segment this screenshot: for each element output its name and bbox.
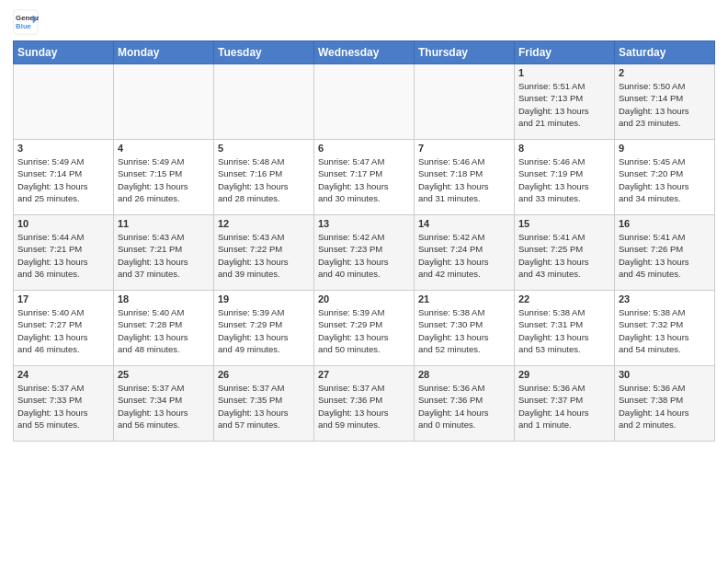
day-detail: Sunrise: 5:41 AM Sunset: 7:25 PM Dayligh…: [518, 231, 610, 280]
calendar-cell: 26Sunrise: 5:37 AM Sunset: 7:35 PM Dayli…: [214, 366, 314, 442]
svg-text:Blue: Blue: [16, 22, 32, 30]
calendar-cell: 15Sunrise: 5:41 AM Sunset: 7:25 PM Dayli…: [515, 215, 615, 291]
calendar-cell: 20Sunrise: 5:39 AM Sunset: 7:29 PM Dayli…: [314, 291, 415, 366]
day-detail: Sunrise: 5:38 AM Sunset: 7:32 PM Dayligh…: [619, 306, 711, 355]
day-detail: Sunrise: 5:37 AM Sunset: 7:34 PM Dayligh…: [118, 382, 210, 431]
header-cell-saturday: Saturday: [615, 41, 715, 64]
day-detail: Sunrise: 5:47 AM Sunset: 7:17 PM Dayligh…: [318, 155, 410, 204]
day-number: 14: [418, 218, 510, 229]
calendar-cell: 24Sunrise: 5:37 AM Sunset: 7:33 PM Dayli…: [14, 366, 114, 442]
calendar-body: 1Sunrise: 5:51 AM Sunset: 7:13 PM Daylig…: [14, 64, 715, 442]
day-number: 25: [118, 369, 210, 380]
day-detail: Sunrise: 5:49 AM Sunset: 7:15 PM Dayligh…: [118, 155, 210, 204]
calendar-week-4: 17Sunrise: 5:40 AM Sunset: 7:27 PM Dayli…: [14, 291, 715, 366]
header-cell-thursday: Thursday: [415, 41, 515, 64]
day-detail: Sunrise: 5:37 AM Sunset: 7:33 PM Dayligh…: [17, 382, 109, 431]
day-detail: Sunrise: 5:38 AM Sunset: 7:31 PM Dayligh…: [518, 306, 610, 355]
day-detail: Sunrise: 5:43 AM Sunset: 7:21 PM Dayligh…: [118, 231, 210, 280]
day-number: 13: [318, 218, 410, 229]
calendar-cell: 14Sunrise: 5:42 AM Sunset: 7:24 PM Dayli…: [415, 215, 515, 291]
day-detail: Sunrise: 5:40 AM Sunset: 7:28 PM Dayligh…: [118, 306, 210, 355]
day-detail: Sunrise: 5:42 AM Sunset: 7:24 PM Dayligh…: [418, 231, 510, 280]
day-detail: Sunrise: 5:36 AM Sunset: 7:37 PM Dayligh…: [518, 382, 610, 431]
logo-icon: General Blue: [13, 9, 39, 35]
day-number: 17: [17, 293, 109, 304]
day-number: 21: [418, 293, 510, 304]
page: General Blue SundayMondayTuesdayWednesda…: [0, 0, 728, 563]
calendar-cell: 8Sunrise: 5:46 AM Sunset: 7:19 PM Daylig…: [515, 140, 615, 215]
day-detail: Sunrise: 5:36 AM Sunset: 7:38 PM Dayligh…: [619, 382, 711, 431]
day-number: 22: [518, 293, 610, 304]
day-number: 10: [17, 218, 109, 229]
calendar-week-3: 10Sunrise: 5:44 AM Sunset: 7:21 PM Dayli…: [14, 215, 715, 291]
calendar-cell: [14, 64, 114, 140]
calendar-cell: 7Sunrise: 5:46 AM Sunset: 7:18 PM Daylig…: [415, 140, 515, 215]
calendar-cell: 3Sunrise: 5:49 AM Sunset: 7:14 PM Daylig…: [14, 140, 114, 215]
calendar-cell: 16Sunrise: 5:41 AM Sunset: 7:26 PM Dayli…: [615, 215, 715, 291]
day-detail: Sunrise: 5:49 AM Sunset: 7:14 PM Dayligh…: [17, 155, 109, 204]
day-number: 23: [619, 293, 711, 304]
calendar-table: SundayMondayTuesdayWednesdayThursdayFrid…: [13, 40, 715, 442]
calendar-cell: 10Sunrise: 5:44 AM Sunset: 7:21 PM Dayli…: [14, 215, 114, 291]
calendar-cell: [415, 64, 515, 140]
day-detail: Sunrise: 5:48 AM Sunset: 7:16 PM Dayligh…: [218, 155, 310, 204]
day-detail: Sunrise: 5:40 AM Sunset: 7:27 PM Dayligh…: [17, 306, 109, 355]
calendar-cell: 13Sunrise: 5:42 AM Sunset: 7:23 PM Dayli…: [314, 215, 415, 291]
calendar-cell: 17Sunrise: 5:40 AM Sunset: 7:27 PM Dayli…: [14, 291, 114, 366]
calendar-cell: 9Sunrise: 5:45 AM Sunset: 7:20 PM Daylig…: [615, 140, 715, 215]
day-number: 12: [218, 218, 310, 229]
day-number: 26: [218, 369, 310, 380]
calendar-cell: 6Sunrise: 5:47 AM Sunset: 7:17 PM Daylig…: [314, 140, 415, 215]
calendar-week-5: 24Sunrise: 5:37 AM Sunset: 7:33 PM Dayli…: [14, 366, 715, 442]
day-detail: Sunrise: 5:41 AM Sunset: 7:26 PM Dayligh…: [619, 231, 711, 280]
day-number: 19: [218, 293, 310, 304]
day-detail: Sunrise: 5:38 AM Sunset: 7:30 PM Dayligh…: [418, 306, 510, 355]
calendar-cell: [114, 64, 214, 140]
calendar-cell: 4Sunrise: 5:49 AM Sunset: 7:15 PM Daylig…: [114, 140, 214, 215]
day-number: 2: [619, 67, 711, 78]
day-number: 9: [619, 143, 711, 154]
day-detail: Sunrise: 5:46 AM Sunset: 7:18 PM Dayligh…: [418, 155, 510, 204]
calendar-cell: 12Sunrise: 5:43 AM Sunset: 7:22 PM Dayli…: [214, 215, 314, 291]
day-number: 7: [418, 143, 510, 154]
day-number: 29: [518, 369, 610, 380]
day-detail: Sunrise: 5:36 AM Sunset: 7:36 PM Dayligh…: [418, 382, 510, 431]
header-row: SundayMondayTuesdayWednesdayThursdayFrid…: [14, 41, 715, 64]
calendar-cell: [314, 64, 415, 140]
calendar-cell: 21Sunrise: 5:38 AM Sunset: 7:30 PM Dayli…: [415, 291, 515, 366]
calendar-week-2: 3Sunrise: 5:49 AM Sunset: 7:14 PM Daylig…: [14, 140, 715, 215]
day-number: 27: [318, 369, 410, 380]
day-detail: Sunrise: 5:39 AM Sunset: 7:29 PM Dayligh…: [318, 306, 410, 355]
day-number: 24: [17, 369, 109, 380]
calendar-cell: 2Sunrise: 5:50 AM Sunset: 7:14 PM Daylig…: [615, 64, 715, 140]
day-detail: Sunrise: 5:37 AM Sunset: 7:35 PM Dayligh…: [218, 382, 310, 431]
day-detail: Sunrise: 5:45 AM Sunset: 7:20 PM Dayligh…: [619, 155, 711, 204]
day-number: 6: [318, 143, 410, 154]
day-number: 8: [518, 143, 610, 154]
calendar-cell: 27Sunrise: 5:37 AM Sunset: 7:36 PM Dayli…: [314, 366, 415, 442]
day-number: 16: [619, 218, 711, 229]
day-number: 18: [118, 293, 210, 304]
calendar-cell: 22Sunrise: 5:38 AM Sunset: 7:31 PM Dayli…: [515, 291, 615, 366]
header: General Blue: [13, 9, 715, 35]
calendar-cell: 30Sunrise: 5:36 AM Sunset: 7:38 PM Dayli…: [615, 366, 715, 442]
calendar-cell: 19Sunrise: 5:39 AM Sunset: 7:29 PM Dayli…: [214, 291, 314, 366]
header-cell-friday: Friday: [515, 41, 615, 64]
day-number: 15: [518, 218, 610, 229]
day-detail: Sunrise: 5:39 AM Sunset: 7:29 PM Dayligh…: [218, 306, 310, 355]
day-number: 11: [118, 218, 210, 229]
day-number: 30: [619, 369, 711, 380]
day-detail: Sunrise: 5:50 AM Sunset: 7:14 PM Dayligh…: [619, 80, 711, 129]
calendar-cell: 25Sunrise: 5:37 AM Sunset: 7:34 PM Dayli…: [114, 366, 214, 442]
day-detail: Sunrise: 5:44 AM Sunset: 7:21 PM Dayligh…: [17, 231, 109, 280]
calendar-header: SundayMondayTuesdayWednesdayThursdayFrid…: [14, 41, 715, 64]
logo: General Blue: [13, 9, 39, 35]
day-detail: Sunrise: 5:42 AM Sunset: 7:23 PM Dayligh…: [318, 231, 410, 280]
calendar-cell: 28Sunrise: 5:36 AM Sunset: 7:36 PM Dayli…: [415, 366, 515, 442]
day-detail: Sunrise: 5:46 AM Sunset: 7:19 PM Dayligh…: [518, 155, 610, 204]
calendar-cell: 1Sunrise: 5:51 AM Sunset: 7:13 PM Daylig…: [515, 64, 615, 140]
day-detail: Sunrise: 5:37 AM Sunset: 7:36 PM Dayligh…: [318, 382, 410, 431]
calendar-cell: 18Sunrise: 5:40 AM Sunset: 7:28 PM Dayli…: [114, 291, 214, 366]
day-number: 20: [318, 293, 410, 304]
day-number: 28: [418, 369, 510, 380]
